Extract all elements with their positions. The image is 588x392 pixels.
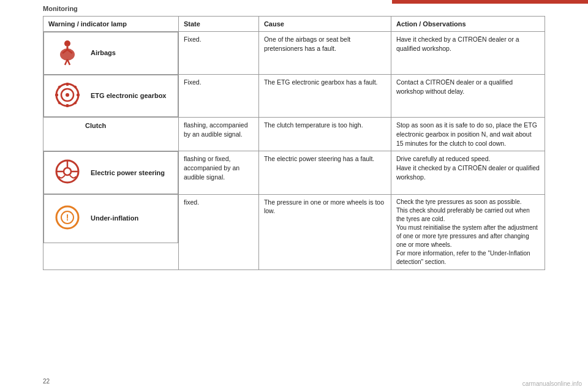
clutch-action: Stop as soon as it is safe to do so, pla… <box>391 118 545 151</box>
page-title: Monitoring <box>43 5 78 12</box>
etg-action: Contact a CITROËN dealer or a qualified … <box>391 75 545 118</box>
steering-icon <box>49 156 86 190</box>
page-number: 22 <box>43 378 50 385</box>
clutch-label: Clutch <box>85 121 106 130</box>
watermark-text: carmanualsonline.info <box>522 380 582 387</box>
table-header-row: Warning / indicator lamp State Cause Act… <box>43 17 545 32</box>
col-header-cause: Cause <box>258 17 391 32</box>
steering-label: Electric power steering <box>91 168 165 178</box>
svg-rect-12 <box>55 94 58 96</box>
col-header-state: State <box>179 17 259 32</box>
clutch-state: flashing, accompanied by an audible sign… <box>179 118 259 151</box>
svg-rect-13 <box>77 94 80 96</box>
inflation-icon: ! <box>49 202 86 236</box>
table-row-clutch: Clutch flashing, accompanied by an audib… <box>43 118 545 151</box>
etg-icon <box>49 79 86 113</box>
col-header-action: Action / Observations <box>391 17 545 32</box>
table-row-steering: Electric power steering flashing or fixe… <box>43 151 545 194</box>
steering-action: Drive carefully at reduced speed. Have i… <box>391 151 545 194</box>
table-row-inflation: ! Under-inflation fixed. The pressure in… <box>43 194 545 270</box>
main-content: Warning / indicator lamp State Cause Act… <box>0 15 588 276</box>
svg-point-0 <box>64 40 70 47</box>
col-header-lamp: Warning / indicator lamp <box>43 17 179 32</box>
table-row-etg: ETG electronic gearbox Fixed. The ETG el… <box>43 75 545 118</box>
clutch-cause: The clutch temperature is too high. <box>258 118 391 151</box>
etg-state: Fixed. <box>179 75 259 118</box>
inflation-action: Check the tyre pressures as soon as poss… <box>391 194 545 270</box>
airbags-action: Have it checked by a CITROËN dealer or a… <box>391 32 545 75</box>
etg-label: ETG electronic gearbox <box>91 91 166 100</box>
steering-state: flashing or fixed, accompanied by an aud… <box>179 151 259 194</box>
table-row-airbags: Airbags Fixed. One of the airbags or sea… <box>43 32 545 75</box>
airbag-icon <box>49 36 86 70</box>
airbags-state: Fixed. <box>179 32 259 75</box>
svg-point-9 <box>66 93 69 97</box>
airbags-cause: One of the airbags or seat belt pretensi… <box>258 32 391 75</box>
svg-rect-10 <box>66 83 69 86</box>
etg-cause: The ETG electronic gearbox has a fault. <box>258 75 391 118</box>
warning-table: Warning / indicator lamp State Cause Act… <box>43 16 545 270</box>
inflation-state: fixed. <box>179 194 259 270</box>
svg-point-19 <box>64 168 71 175</box>
red-accent-bar <box>392 0 588 4</box>
inflation-label: Under-inflation <box>91 214 138 223</box>
svg-rect-11 <box>66 104 69 107</box>
svg-text:!: ! <box>66 213 69 222</box>
inflation-cause: The pressure in one or more wheels is to… <box>258 194 391 270</box>
airbags-label: Airbags <box>91 48 116 58</box>
steering-cause: The electric power steering has a fault. <box>258 151 391 194</box>
